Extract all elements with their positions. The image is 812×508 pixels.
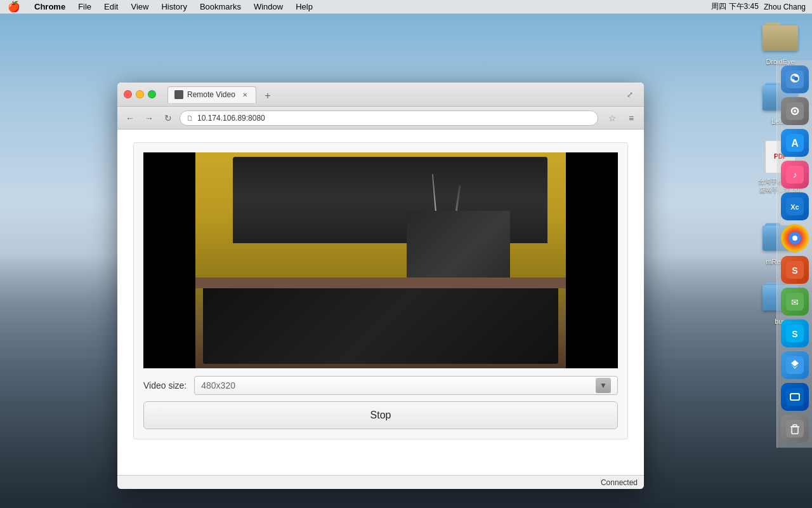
dock-skype[interactable]: S xyxy=(781,319,809,347)
svg-text:♪: ♪ xyxy=(792,170,797,180)
menubar: 🍎 Chrome File Edit View History Bookmark… xyxy=(0,0,812,14)
browser-tab-active[interactable]: Remote Video ✕ xyxy=(167,86,256,103)
dock-appstore[interactable]: A xyxy=(781,129,809,157)
menubar-right: 周四 下午3:45 Zhou Chang xyxy=(711,1,812,12)
video-container: Video size: 480x320 ▼ Stop xyxy=(133,142,628,439)
window-maximize-button[interactable] xyxy=(148,90,156,98)
svg-point-14 xyxy=(792,236,797,241)
window-minimize-button[interactable] xyxy=(136,90,144,98)
video-size-label: Video size: xyxy=(143,380,187,391)
dock-dropbox[interactable] xyxy=(781,351,809,379)
browser-tabs: Remote Video ✕ + xyxy=(167,86,617,103)
tab-close-button[interactable]: ✕ xyxy=(240,90,249,99)
svg-text:S: S xyxy=(792,329,797,339)
new-tab-button[interactable]: + xyxy=(259,89,277,103)
dock-xcode[interactable]: Xc xyxy=(781,192,809,220)
svg-text:✉: ✉ xyxy=(791,297,799,307)
tab-title: Remote Video xyxy=(187,90,235,99)
apple-menu[interactable]: 🍎 xyxy=(0,0,28,14)
chrome-menu-button[interactable]: ≡ xyxy=(624,110,639,126)
menubar-window[interactable]: Window xyxy=(247,0,289,14)
menubar-left: 🍎 Chrome File Edit View History Bookmark… xyxy=(0,0,319,14)
forward-button[interactable]: → xyxy=(141,110,157,126)
dock-evernote[interactable]: ✉ xyxy=(781,288,809,316)
svg-rect-26 xyxy=(786,420,804,438)
address-icon: 🗋 xyxy=(187,114,193,122)
page-content: Video size: 480x320 ▼ Stop xyxy=(117,130,644,475)
address-bar[interactable]: 🗋 10.174.106.89:8080 xyxy=(180,110,598,126)
browser-content: Video size: 480x320 ▼ Stop xyxy=(117,130,644,475)
menubar-bookmarks[interactable]: Bookmarks xyxy=(193,0,247,14)
menubar-help[interactable]: Help xyxy=(289,0,319,14)
video-controls: Video size: 480x320 ▼ xyxy=(143,376,618,395)
dock-finder[interactable] xyxy=(781,65,809,93)
menubar-clock: 周四 下午3:45 xyxy=(711,1,759,12)
desktop-icon-droideye[interactable]: DroidEye xyxy=(755,19,806,66)
video-area xyxy=(143,152,618,368)
svg-text:A: A xyxy=(791,138,799,149)
dock-settings[interactable] xyxy=(781,97,809,125)
dock: A ♪ Xc S ✉ S xyxy=(776,60,812,448)
bookmark-button[interactable]: ☆ xyxy=(605,110,620,126)
dock-virtualbox[interactable] xyxy=(781,383,809,411)
expand-button[interactable]: ⤢ xyxy=(622,87,638,102)
video-frame xyxy=(143,152,618,368)
tab-favicon xyxy=(174,90,183,99)
back-button[interactable]: ← xyxy=(122,110,138,126)
menubar-view[interactable]: View xyxy=(124,0,155,14)
reload-button[interactable]: ↻ xyxy=(160,110,176,126)
svg-text:S: S xyxy=(792,265,797,276)
svg-point-6 xyxy=(794,110,796,112)
window-controls xyxy=(124,90,156,98)
menubar-chrome[interactable]: Chrome xyxy=(28,0,72,14)
status-bar: Connected xyxy=(117,475,644,489)
stop-button[interactable]: Stop xyxy=(143,401,618,429)
address-text: 10.174.106.89:8080 xyxy=(197,114,265,123)
dock-itunes[interactable]: ♪ xyxy=(781,161,809,189)
menubar-file[interactable]: File xyxy=(72,0,98,14)
browser-window: Remote Video ✕ + ⤢ ← → ↻ 🗋 10.174.106.89… xyxy=(117,83,644,489)
menubar-user: Zhou Chang xyxy=(764,3,806,11)
connection-status: Connected xyxy=(601,478,638,487)
video-size-value: 480x320 xyxy=(201,380,235,391)
desktop: 🍎 Chrome File Edit View History Bookmark… xyxy=(0,0,812,508)
browser-toolbar: ← → ↻ 🗋 10.174.106.89:8080 ☆ ≡ xyxy=(117,107,644,130)
svg-text:Xc: Xc xyxy=(790,203,799,211)
dock-sublime[interactable]: S xyxy=(781,256,809,284)
window-close-button[interactable] xyxy=(124,90,132,98)
video-size-select[interactable]: 480x320 ▼ xyxy=(194,376,618,395)
svg-point-3 xyxy=(794,77,798,81)
dock-trash[interactable] xyxy=(781,415,809,443)
svg-rect-24 xyxy=(786,388,804,406)
select-arrow-icon: ▼ xyxy=(596,378,611,393)
svg-rect-30 xyxy=(174,90,183,99)
browser-titlebar: Remote Video ✕ + ⤢ xyxy=(117,83,644,107)
menubar-history[interactable]: History xyxy=(155,0,193,14)
dock-chrome[interactable] xyxy=(781,224,809,252)
droideye-icon xyxy=(763,19,798,55)
menubar-edit[interactable]: Edit xyxy=(98,0,124,14)
